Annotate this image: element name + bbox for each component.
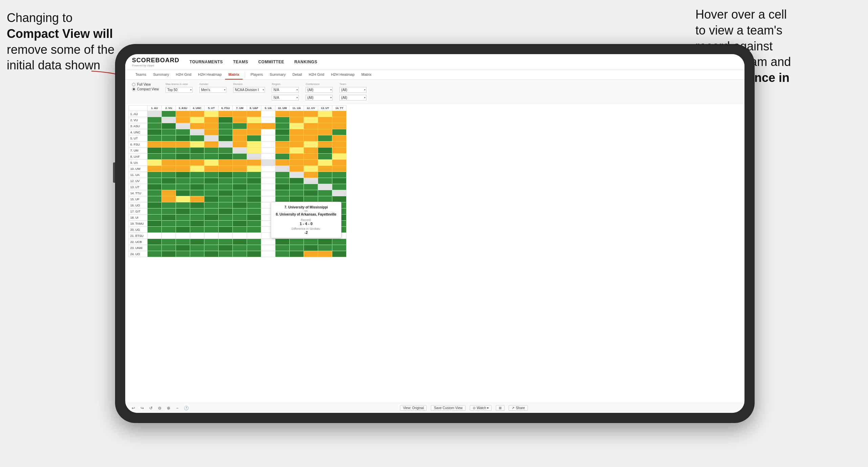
matrix-cell[interactable] [332,123,347,129]
matrix-cell[interactable] [290,160,304,166]
matrix-cell[interactable] [148,117,162,123]
matrix-cell[interactable] [304,148,318,154]
matrix-cell[interactable] [219,154,233,160]
matrix-cell[interactable] [219,135,233,141]
matrix-cell[interactable] [332,190,347,196]
matrix-cell[interactable] [176,239,190,245]
matrix-cell[interactable] [190,111,204,117]
matrix-cell[interactable] [290,196,304,202]
matrix-cell[interactable] [219,227,233,233]
matrix-container[interactable]: 1. AU2. VU3. ASU4. UNC5. UT6. FSU7. UM8.… [125,104,744,403]
matrix-cell[interactable] [176,154,190,160]
matrix-cell[interactable] [261,178,275,184]
matrix-cell[interactable] [275,166,290,172]
matrix-cell[interactable] [176,135,190,141]
matrix-cell[interactable] [219,233,233,239]
matrix-cell[interactable] [233,178,247,184]
matrix-cell[interactable] [247,178,261,184]
matrix-cell[interactable] [204,154,219,160]
matrix-cell[interactable] [290,117,304,123]
matrix-cell[interactable] [247,166,261,172]
matrix-cell[interactable] [148,251,162,257]
matrix-cell[interactable] [148,184,162,190]
matrix-cell[interactable] [233,129,247,135]
matrix-cell[interactable] [318,160,332,166]
matrix-cell[interactable] [290,239,304,245]
matrix-cell[interactable] [233,141,247,148]
matrix-cell[interactable] [290,154,304,160]
matrix-cell[interactable] [275,251,290,257]
matrix-cell[interactable] [233,196,247,202]
matrix-cell[interactable] [204,160,219,166]
matrix-cell[interactable] [176,221,190,227]
zoom-out-icon[interactable]: ⊖ [157,405,162,411]
matrix-cell[interactable] [176,178,190,184]
matrix-cell[interactable] [247,117,261,123]
matrix-cell[interactable] [190,154,204,160]
matrix-cell[interactable] [162,117,176,123]
matrix-cell[interactable] [332,184,347,190]
matrix-cell[interactable] [190,172,204,178]
matrix-cell[interactable] [275,141,290,148]
matrix-cell[interactable] [219,208,233,215]
nav-teams[interactable]: TEAMS [233,60,248,64]
matrix-cell[interactable] [219,160,233,166]
matrix-cell[interactable] [261,141,275,148]
matrix-cell[interactable] [162,154,176,160]
sub-nav-teams[interactable]: Teams [132,70,150,80]
matrix-cell[interactable] [261,123,275,129]
matrix-cell[interactable] [148,245,162,251]
matrix-cell[interactable] [332,111,347,117]
matrix-cell[interactable] [176,208,190,215]
matrix-cell[interactable] [261,160,275,166]
clock-icon[interactable]: 🕐 [183,405,189,411]
matrix-cell[interactable] [176,184,190,190]
filter-team-select2[interactable]: (All) [339,95,366,101]
matrix-cell[interactable] [275,178,290,184]
sub-nav-h2hgrid2[interactable]: H2H Grid [305,70,328,80]
matrix-cell[interactable] [332,178,347,184]
matrix-cell[interactable] [318,251,332,257]
sub-nav-summary1[interactable]: Summary [150,70,172,80]
matrix-cell[interactable] [162,111,176,117]
matrix-cell[interactable] [290,166,304,172]
matrix-cell[interactable] [318,154,332,160]
matrix-cell[interactable] [148,215,162,221]
matrix-cell[interactable] [190,221,204,227]
filter-team-select1[interactable]: (All) [339,87,366,93]
matrix-cell[interactable] [176,190,190,196]
matrix-cell[interactable] [304,166,318,172]
matrix-cell[interactable] [332,166,347,172]
matrix-cell[interactable] [176,172,190,178]
nav-tournaments[interactable]: TOURNAMENTS [190,60,223,64]
filter-gender-select[interactable]: Men's [199,87,226,93]
matrix-cell[interactable] [233,117,247,123]
matrix-cell[interactable] [148,123,162,129]
matrix-cell[interactable] [275,117,290,123]
watch-btn[interactable]: ⊙ Watch ▾ [470,405,492,411]
filter-division-select[interactable]: NCAA Division I [233,87,265,93]
matrix-cell[interactable] [190,117,204,123]
matrix-cell[interactable] [162,172,176,178]
matrix-cell[interactable] [219,172,233,178]
matrix-cell[interactable] [176,141,190,148]
matrix-cell[interactable] [162,202,176,208]
matrix-cell[interactable] [219,178,233,184]
matrix-cell[interactable] [204,245,219,251]
matrix-cell[interactable] [233,166,247,172]
matrix-cell[interactable] [148,239,162,245]
filter-conference-select1[interactable]: (All) [306,87,333,93]
matrix-cell[interactable] [290,129,304,135]
matrix-cell[interactable] [275,172,290,178]
matrix-cell[interactable] [162,178,176,184]
sub-nav-players[interactable]: Players [247,70,266,80]
matrix-cell[interactable] [304,251,318,257]
matrix-cell[interactable] [318,178,332,184]
matrix-cell[interactable] [176,245,190,251]
matrix-cell[interactable] [275,111,290,117]
matrix-cell[interactable] [204,129,219,135]
matrix-cell[interactable] [176,227,190,233]
matrix-cell[interactable] [148,166,162,172]
matrix-cell[interactable] [204,233,219,239]
matrix-cell[interactable] [318,184,332,190]
